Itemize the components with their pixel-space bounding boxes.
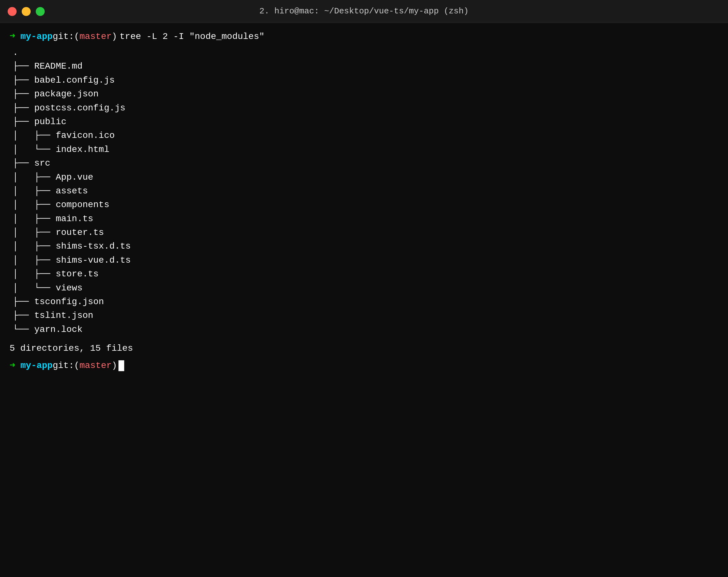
- tree-lines: ├── README.md├── babel.config.js├── pack…: [13, 59, 719, 336]
- terminal-body: ➜ my-app git: ( master ) tree -L 2 -I "n…: [0, 23, 728, 380]
- cursor-prompt-git-label: git:: [53, 359, 74, 373]
- close-button[interactable]: [8, 7, 17, 16]
- maximize-button[interactable]: [36, 7, 45, 16]
- window-controls: [8, 7, 45, 16]
- tree-line: │ ├── main.ts: [13, 212, 719, 226]
- tree-line: ├── public: [13, 115, 719, 129]
- tree-line: │ ├── shims-vue.d.ts: [13, 253, 719, 267]
- tree-line: ├── tslint.json: [13, 309, 719, 322]
- prompt-paren-close: ): [112, 30, 117, 44]
- tree-line: │ └── index.html: [13, 143, 719, 156]
- tree-line: │ ├── assets: [13, 184, 719, 198]
- tree-line: │ ├── favicon.ico: [13, 129, 719, 142]
- tree-dot: .: [13, 46, 719, 59]
- prompt-command: tree -L 2 -I "node_modules": [120, 30, 265, 44]
- prompt-app-name: my-app: [21, 30, 53, 44]
- tree-line: └── yarn.lock: [13, 323, 719, 336]
- command-prompt-line: ➜ my-app git: ( master ) tree -L 2 -I "n…: [9, 29, 719, 44]
- terminal-cursor: [119, 360, 124, 371]
- tree-line: ├── README.md: [13, 59, 719, 73]
- tree-line: │ ├── App.vue: [13, 170, 719, 184]
- tree-line: ├── tsconfig.json: [13, 295, 719, 309]
- cursor-paren-open: (: [74, 359, 79, 373]
- cursor-paren-close: ): [112, 359, 117, 373]
- cursor-prompt-line: ➜ my-app git: ( master ): [9, 359, 719, 373]
- tree-line: │ ├── router.ts: [13, 226, 719, 239]
- prompt-paren-open: (: [74, 30, 79, 44]
- prompt-arrow: ➜: [9, 29, 15, 44]
- tree-line: ├── postcss.config.js: [13, 101, 719, 115]
- tree-line: ├── package.json: [13, 87, 719, 101]
- title-bar: 2. hiro@mac: ~/Desktop/vue-ts/my-app (zs…: [0, 0, 728, 23]
- window-title: 2. hiro@mac: ~/Desktop/vue-ts/my-app (zs…: [259, 5, 468, 18]
- prompt-branch: master: [79, 30, 112, 44]
- cursor-prompt-branch: master: [79, 359, 112, 373]
- cursor-prompt-app: my-app: [21, 359, 53, 373]
- tree-line: │ ├── shims-tsx.d.ts: [13, 239, 719, 253]
- tree-line: │ ├── store.ts: [13, 267, 719, 281]
- summary-line: 5 directories, 15 files: [9, 341, 719, 355]
- tree-line: │ └── views: [13, 281, 719, 295]
- tree-line: │ ├── components: [13, 198, 719, 212]
- tree-output: . ├── README.md├── babel.config.js├── pa…: [9, 46, 719, 336]
- tree-line: ├── src: [13, 156, 719, 170]
- cursor-prompt-arrow: ➜: [9, 359, 15, 373]
- prompt-git-label: git:: [53, 30, 74, 44]
- minimize-button[interactable]: [22, 7, 31, 16]
- tree-line: ├── babel.config.js: [13, 74, 719, 87]
